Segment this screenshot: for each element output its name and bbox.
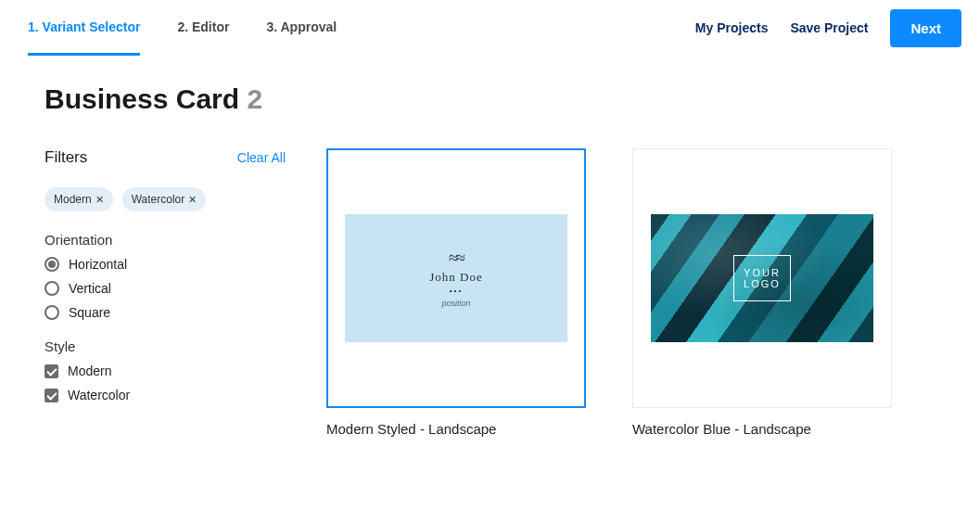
radio-horizontal[interactable]: Horizontal [45, 257, 286, 272]
checkbox-label: Modern [68, 364, 111, 378]
radio-square[interactable]: Square [45, 305, 286, 320]
chip-remove-icon[interactable]: ✕ [188, 194, 197, 206]
filters-panel: Filters Clear All Modern ✕ Watercolor ✕ … [45, 148, 286, 437]
page-title: Business Card 2 [45, 83, 935, 115]
radio-label: Horizontal [69, 257, 127, 272]
radio-icon [45, 257, 59, 272]
step-variant-selector[interactable]: 1. Variant Selector [28, 0, 140, 56]
checkbox-label: Watercolor [68, 388, 130, 402]
result-count: 2 [247, 83, 262, 114]
filter-group-title: Orientation [45, 232, 286, 248]
card-preview: ≈≈ John Doe ••• position [345, 214, 567, 342]
card-watercolor: YOUR LOGO Watercolor Blue - Landscape [632, 148, 892, 437]
radio-label: Vertical [69, 281, 111, 296]
save-project-link[interactable]: Save Project [790, 20, 868, 35]
chip-label: Modern [54, 193, 92, 206]
filters-header: Filters Clear All [45, 148, 286, 167]
radio-label: Square [69, 305, 110, 320]
preview-name: John Doe [429, 270, 482, 285]
chip-modern: Modern ✕ [45, 187, 113, 211]
dots-icon: ••• [450, 287, 463, 295]
filter-group-orientation: Orientation Horizontal Vertical Square [45, 232, 286, 320]
top-actions: My Projects Save Project Next [695, 9, 961, 47]
content-area: Business Card 2 Filters Clear All Modern… [0, 56, 980, 437]
next-button[interactable]: Next [890, 9, 961, 47]
chip-label: Watercolor [132, 193, 185, 206]
checkbox-modern[interactable]: Modern [45, 364, 286, 378]
step-approval[interactable]: 3. Approval [266, 0, 337, 56]
filter-group-title: Style [45, 338, 286, 354]
card-caption: Modern Styled - Landscape [326, 421, 586, 437]
card-modern: ≈≈ John Doe ••• position Modern Styled -… [326, 148, 586, 437]
clear-all-link[interactable]: Clear All [237, 150, 286, 165]
filter-group-style: Style Modern Watercolor [45, 338, 286, 402]
page-title-text: Business Card [45, 83, 239, 114]
filter-chips: Modern ✕ Watercolor ✕ [45, 187, 286, 211]
preview-position: position [441, 299, 470, 308]
my-projects-link[interactable]: My Projects [695, 20, 769, 35]
step-editor[interactable]: 2. Editor [177, 0, 229, 56]
checkbox-icon [45, 364, 58, 378]
radio-icon [45, 305, 59, 320]
logo-line2: LOGO [744, 278, 781, 289]
card-preview: YOUR LOGO [651, 214, 873, 342]
step-tabs: 1. Variant Selector 2. Editor 3. Approva… [19, 0, 337, 56]
radio-vertical[interactable]: Vertical [45, 281, 286, 296]
checkbox-watercolor[interactable]: Watercolor [45, 388, 286, 402]
logo-line1: YOUR [744, 267, 781, 278]
radio-icon [45, 281, 59, 296]
chip-remove-icon[interactable]: ✕ [95, 194, 104, 206]
main-row: Filters Clear All Modern ✕ Watercolor ✕ … [45, 148, 935, 437]
filters-title: Filters [45, 148, 87, 167]
card-caption: Watercolor Blue - Landscape [632, 421, 892, 437]
chip-watercolor: Watercolor ✕ [122, 187, 207, 211]
top-bar: 1. Variant Selector 2. Editor 3. Approva… [0, 0, 980, 56]
card-frame[interactable]: ≈≈ John Doe ••• position [326, 148, 586, 408]
card-frame[interactable]: YOUR LOGO [632, 148, 892, 408]
cards-area: ≈≈ John Doe ••• position Modern Styled -… [326, 148, 892, 437]
flourish-icon: ≈≈ [449, 249, 464, 268]
logo-placeholder: YOUR LOGO [733, 255, 791, 301]
checkbox-icon [45, 389, 58, 402]
